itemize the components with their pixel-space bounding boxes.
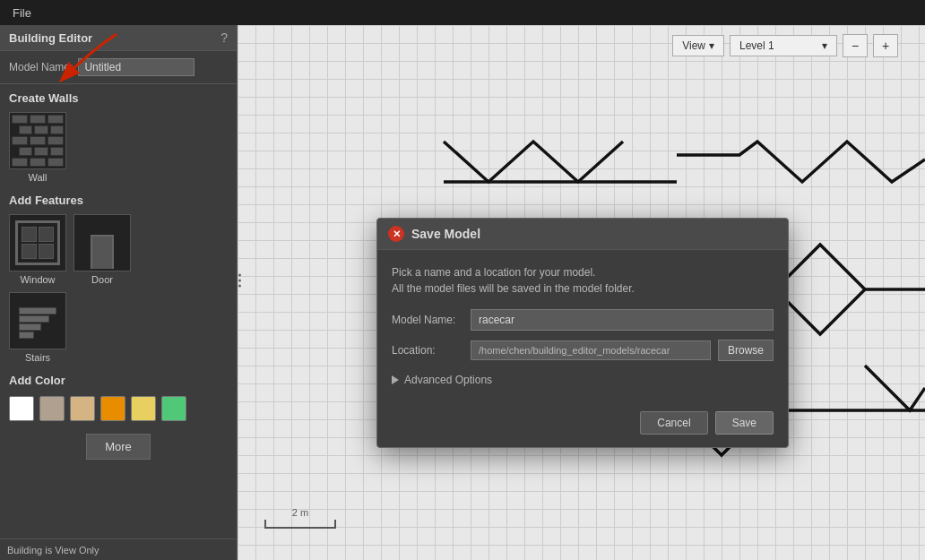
scale-line <box>264 520 336 529</box>
wall-label: Wall <box>29 172 48 183</box>
window-label: Window <box>20 274 55 285</box>
stairs-icon-inner <box>15 298 60 343</box>
view-label: View <box>682 39 705 52</box>
model-name-row: Model Name: <box>0 51 237 84</box>
stair-4 <box>19 332 34 339</box>
stairs-grid: Stairs <box>0 289 237 366</box>
window-pane-tr <box>39 227 54 242</box>
window-pane-br <box>39 244 54 259</box>
advanced-options-triangle <box>392 375 399 384</box>
scale-bar: 2 m <box>264 507 336 529</box>
level-dropdown-arrow: ▾ <box>822 39 827 52</box>
window-pane-bl <box>22 244 37 259</box>
save-button[interactable]: Save <box>715 411 774 435</box>
window-panes <box>15 220 60 265</box>
window-icon <box>9 214 66 271</box>
door-item[interactable]: Door <box>73 214 131 285</box>
door-rect <box>91 235 114 269</box>
door-icon-bg <box>74 215 130 271</box>
view-dropdown-arrow: ▾ <box>709 39 714 52</box>
color-swatch-sand[interactable] <box>70 396 95 421</box>
stairs-icon <box>9 292 66 349</box>
zoom-plus-button[interactable]: + <box>873 34 898 57</box>
create-walls-section-title: Create Walls <box>0 84 237 108</box>
more-button[interactable]: More <box>86 434 151 460</box>
menu-bar: File <box>0 0 925 25</box>
color-swatch-yellow[interactable] <box>131 396 156 421</box>
top-toolbar: View ▾ Level 1 ▾ − + <box>672 34 898 57</box>
dialog-location-input[interactable] <box>471 340 711 360</box>
wall-icon <box>9 112 66 169</box>
dialog-body: Pick a name and a location for your mode… <box>377 250 788 411</box>
color-swatch-tan[interactable] <box>39 396 65 421</box>
dialog-model-name-label: Model Name: <box>392 314 463 326</box>
canvas-area[interactable]: View ▾ Level 1 ▾ − + <box>238 25 925 560</box>
sidebar-title: Building Editor <box>9 31 92 45</box>
stair-3 <box>19 323 41 331</box>
resize-dot-3 <box>238 284 241 287</box>
window-pane-tl <box>22 227 37 242</box>
color-swatch-white[interactable] <box>9 396 34 421</box>
resize-dot-1 <box>238 273 241 276</box>
view-dropdown[interactable]: View ▾ <box>672 35 724 56</box>
create-walls-grid: Wall <box>0 108 237 186</box>
dialog-location-label: Location: <box>392 344 463 357</box>
browse-button[interactable]: Browse <box>718 340 774 361</box>
file-menu[interactable]: File <box>7 4 37 22</box>
add-features-grid: Window Door <box>0 211 237 289</box>
status-bar: Building is View Only <box>0 538 237 560</box>
add-color-section-title: Add Color <box>0 366 237 391</box>
resize-handle[interactable] <box>238 0 242 560</box>
wall-bricks-pattern <box>10 113 65 168</box>
advanced-options-row[interactable]: Advanced Options <box>392 370 774 397</box>
dialog-close-button[interactable]: ✕ <box>388 226 404 242</box>
stair-1 <box>19 307 56 314</box>
dialog-desc-line2: All the model files will be saved in the… <box>392 280 774 297</box>
level-dropdown[interactable]: Level 1 ▾ <box>730 35 837 56</box>
stairs-label: Stairs <box>25 352 50 363</box>
dialog-desc-line1: Pick a name and a location for your mode… <box>392 264 774 280</box>
zoom-minus-button[interactable]: − <box>843 34 868 57</box>
status-text: Building is View Only <box>7 545 99 556</box>
color-swatches <box>0 391 237 426</box>
help-icon[interactable]: ? <box>220 30 228 45</box>
add-features-section-title: Add Features <box>0 186 237 211</box>
stairs-item[interactable]: Stairs <box>9 292 66 363</box>
resize-dot-2 <box>238 279 241 281</box>
scale-label: 2 m <box>292 507 308 518</box>
stair-2 <box>19 315 49 323</box>
door-label: Door <box>91 274 113 285</box>
dialog-titlebar: ✕ Save Model <box>377 219 788 250</box>
sidebar: Building Editor ? Model Name: Create Wal… <box>0 25 238 560</box>
main-layout: Building Editor ? Model Name: Create Wal… <box>0 25 925 560</box>
door-icon <box>73 214 131 271</box>
dialog-footer: Cancel Save <box>377 411 788 447</box>
dialog-model-name-input[interactable] <box>471 309 774 331</box>
save-dialog: ✕ Save Model Pick a name and a location … <box>376 218 789 448</box>
dialog-title: Save Model <box>411 227 480 241</box>
color-swatch-orange[interactable] <box>100 396 125 421</box>
color-swatch-green[interactable] <box>161 396 186 421</box>
location-field: Location: Browse <box>392 340 774 361</box>
wall-item[interactable]: Wall <box>9 112 66 183</box>
model-name-label: Model Name: <box>9 61 73 73</box>
sidebar-header: Building Editor ? <box>0 25 237 51</box>
dialog-description: Pick a name and a location for your mode… <box>392 264 774 297</box>
window-item[interactable]: Window <box>9 214 66 285</box>
model-name-input[interactable] <box>78 58 195 76</box>
resize-dots <box>238 273 241 287</box>
level-label: Level 1 <box>739 39 774 52</box>
advanced-options-label: Advanced Options <box>404 374 492 386</box>
model-name-field: Model Name: <box>392 309 774 331</box>
cancel-button[interactable]: Cancel <box>640 411 707 435</box>
